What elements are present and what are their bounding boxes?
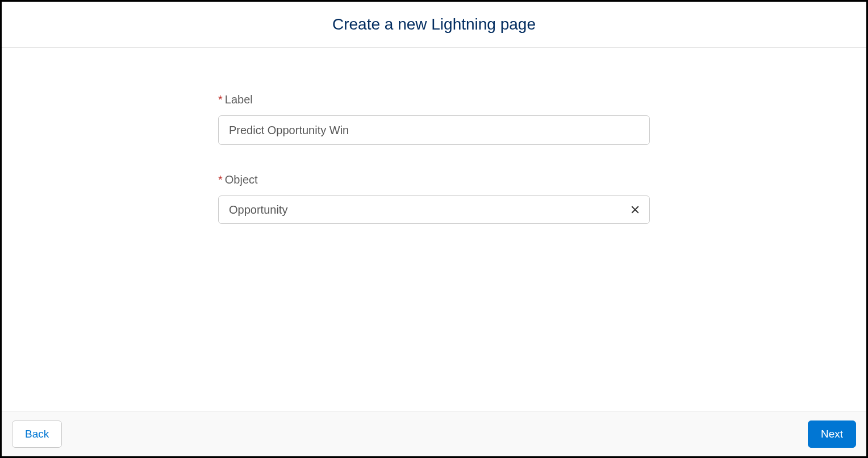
dialog-header: Create a new Lightning page (2, 2, 866, 48)
next-button[interactable]: Next (808, 420, 856, 448)
dialog-title: Create a new Lightning page (2, 15, 866, 34)
object-form-group: *Object Opportunity (218, 173, 650, 224)
label-field-label: *Label (218, 93, 650, 106)
dialog-content: *Label *Object Opportunity (2, 48, 866, 411)
clear-object-button[interactable] (627, 202, 643, 218)
required-indicator: * (218, 93, 223, 106)
object-lookup-wrapper: Opportunity (218, 195, 650, 224)
object-field-label: *Object (218, 173, 650, 186)
dialog-footer: Back Next (2, 411, 866, 456)
label-input[interactable] (218, 115, 650, 145)
object-lookup-value: Opportunity (229, 203, 287, 216)
close-icon (630, 205, 640, 215)
label-form-group: *Label (218, 93, 650, 145)
required-indicator: * (218, 173, 223, 186)
object-lookup[interactable]: Opportunity (218, 195, 650, 224)
back-button[interactable]: Back (12, 420, 62, 448)
form: *Label *Object Opportunity (218, 93, 650, 411)
label-text: Label (225, 93, 253, 106)
object-label-text: Object (225, 173, 258, 186)
